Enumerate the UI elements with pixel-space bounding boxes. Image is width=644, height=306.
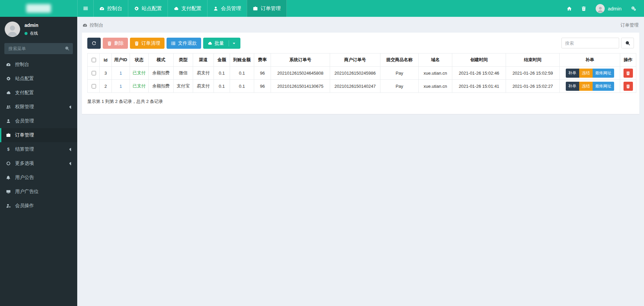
breadcrumb[interactable]: 控制台 <box>83 22 103 28</box>
column-header-9: 系统订单号 <box>271 53 330 67</box>
tachometer-icon <box>5 62 11 67</box>
online-dot <box>25 32 28 35</box>
cell-product: Pay <box>380 80 419 93</box>
user-id-link[interactable]: 1 <box>120 71 122 76</box>
status-badge: 已支付 <box>133 83 146 88</box>
sidebar-item-label: 会员管理 <box>15 118 34 124</box>
status-badge: 已支付 <box>133 70 146 75</box>
sidebar-item-label: 用户公告 <box>15 175 34 181</box>
cell-supplement: 补单冻结最终网址 <box>560 67 620 80</box>
delete-button[interactable]: 删除 <box>103 38 128 49</box>
settings-button[interactable] <box>626 0 641 17</box>
supplement-order-button[interactable]: 补单 <box>566 69 579 78</box>
briefcase-icon <box>253 6 258 11</box>
select-all-checkbox[interactable] <box>92 58 96 62</box>
bars-icon <box>83 6 88 11</box>
button-label: 批量 <box>215 40 224 46</box>
freeze-button[interactable]: 冻结 <box>579 82 593 91</box>
sidebar-item-6[interactable]: $结算管理 <box>0 142 77 156</box>
cell-rate: 96 <box>254 67 271 80</box>
cell-sys-order-no: 2021012615014130675 <box>271 80 330 93</box>
column-header-2: 状态 <box>130 53 149 67</box>
orders-table: Id用户ID状态模式类型渠道金额到账金额费率系统订单号商户订单号提交商品名称域名… <box>87 53 636 93</box>
home-button[interactable] <box>562 0 577 17</box>
sidebar-item-10[interactable]: 会员操作 <box>0 199 77 213</box>
table-toolbar: 删除订单清理文件退款批量 <box>87 38 634 49</box>
sidebar-item-0[interactable]: 控制台 <box>0 58 77 72</box>
column-header-10: 商户订单号 <box>330 53 380 67</box>
navbar-username: admin <box>608 6 622 11</box>
nav-tab-1[interactable]: 站点配置 <box>128 0 168 17</box>
nav-tab-3[interactable]: 会员管理 <box>207 0 247 17</box>
nav-tab-0[interactable]: 控制台 <box>93 0 128 17</box>
refresh-button[interactable] <box>87 38 101 49</box>
cell-created-at: 2021-01-26 15:01:41 <box>452 80 506 93</box>
nav-tab-4[interactable]: 订单管理 <box>247 0 287 17</box>
sidebar-item-3[interactable]: 权限管理 <box>0 100 77 114</box>
tachometer-icon <box>99 6 104 11</box>
cell-product: Pay <box>380 67 419 80</box>
cell-ended-at: 2021-01-26 15:02:27 <box>506 80 560 93</box>
sidebar-item-2[interactable]: 支付配置 <box>0 86 77 100</box>
cell-actions <box>620 80 636 93</box>
content-header: 控制台 订单管理 <box>77 17 644 33</box>
cell-rate: 96 <box>254 80 271 93</box>
table-search-input[interactable] <box>561 38 619 48</box>
navbar-user-menu[interactable]: admin <box>591 0 626 17</box>
user-status[interactable]: 在线 <box>25 31 38 36</box>
sidebar-item-7[interactable]: 更多选项 <box>0 156 77 170</box>
sidebar-item-8[interactable]: 用户公告 <box>0 170 77 185</box>
nav-tab-2[interactable]: 支付配置 <box>168 0 207 17</box>
sidebar-item-1[interactable]: 站点配置 <box>0 72 77 86</box>
final-url-button[interactable]: 最终网址 <box>593 69 614 78</box>
column-header-4: 类型 <box>174 53 193 67</box>
search-button[interactable] <box>621 38 634 48</box>
cell-status: 已支付 <box>130 67 149 80</box>
table-row: 21已支付余额扣费支付宝易支付0.10.19620210126150141306… <box>88 80 636 93</box>
row-checkbox[interactable] <box>92 84 96 88</box>
freeze-button[interactable]: 冻结 <box>579 69 593 78</box>
cell-user-id: 1 <box>112 80 130 93</box>
cell-status: 已支付 <box>130 80 149 93</box>
chevron-left-icon <box>68 161 73 166</box>
cell-channel: 易支付 <box>193 67 214 80</box>
column-header-7: 到账金额 <box>230 53 254 67</box>
cell-type: 支付宝 <box>174 80 193 93</box>
sidebar-search-input[interactable] <box>4 43 73 54</box>
sidebar-item-5[interactable]: 订单管理 <box>0 128 77 142</box>
sidebar-item-4[interactable]: 会员管理 <box>0 114 77 128</box>
top-navbar: 控制台站点配置支付配置会员管理订单管理 admin <box>0 0 644 17</box>
tachometer-icon <box>83 23 87 28</box>
final-url-button[interactable]: 最终网址 <box>593 82 614 91</box>
cell-id: 2 <box>100 80 112 93</box>
supplement-order-button[interactable]: 补单 <box>566 82 579 91</box>
delete-row-button[interactable] <box>624 82 633 91</box>
column-header-11: 提交商品名称 <box>380 53 419 67</box>
chevron-left-icon <box>68 105 73 109</box>
list-icon <box>171 41 176 46</box>
sidebar-item-label: 控制台 <box>15 62 29 68</box>
sidebar-toggle-button[interactable] <box>77 0 93 17</box>
app-logo <box>0 0 77 17</box>
order-clean-button[interactable]: 订单清理 <box>130 38 165 49</box>
sidebar-item-label: 订单管理 <box>15 132 34 138</box>
briefcase-icon <box>5 133 11 138</box>
sidebar-menu: 控制台站点配置支付配置权限管理会员管理订单管理$结算管理更多选项用户公告用户广告… <box>0 58 77 213</box>
clear-cache-button[interactable] <box>577 0 591 17</box>
nav-tab-label: 订单管理 <box>261 5 281 12</box>
row-checkbox[interactable] <box>92 71 96 75</box>
gear-icon <box>134 6 139 11</box>
bell-icon <box>5 175 11 180</box>
cell-merchant-order-no: 20210126150140247 <box>330 80 380 93</box>
batch-button[interactable]: 批量 <box>203 38 240 49</box>
sidebar-item-9[interactable]: 用户广告位 <box>0 185 77 199</box>
file-refund-button[interactable]: 文件退款 <box>167 38 201 49</box>
column-header-14: 结束时间 <box>506 53 560 67</box>
cell-type: 微信 <box>174 67 193 80</box>
sidebar-item-label: 会员操作 <box>15 203 34 209</box>
column-header-0: Id <box>100 53 112 67</box>
person-icon <box>597 6 604 13</box>
sidebar-item-label: 用户广告位 <box>15 189 39 195</box>
user-id-link[interactable]: 1 <box>120 84 122 89</box>
delete-row-button[interactable] <box>624 69 633 78</box>
